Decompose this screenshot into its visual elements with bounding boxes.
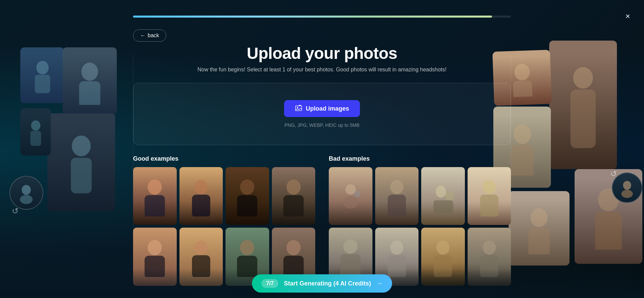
svg-point-14 <box>513 124 531 144</box>
left-photo-1 <box>20 47 64 103</box>
svg-point-23 <box>297 107 298 108</box>
page-subtitle: Now the fun begins! Select at least 1 of… <box>197 67 447 73</box>
svg-rect-17 <box>595 212 622 250</box>
good-examples-title: Good examples <box>133 155 315 162</box>
svg-rect-13 <box>513 81 532 97</box>
bad-examples-column: Bad examples <box>329 155 511 286</box>
svg-rect-32 <box>283 195 304 216</box>
svg-point-27 <box>194 180 208 194</box>
good-example-photo-3 <box>226 167 269 225</box>
svg-point-52 <box>343 239 358 254</box>
upload-images-button[interactable]: Upload images <box>284 100 360 117</box>
svg-rect-3 <box>79 81 101 105</box>
good-examples-column: Good examples <box>133 155 315 286</box>
back-button[interactable]: ← back <box>133 29 166 42</box>
svg-point-44 <box>390 180 403 194</box>
svg-point-0 <box>36 61 48 74</box>
start-generating-button[interactable]: 7/7 Start Generating (4 AI Credits) → <box>252 274 392 293</box>
svg-point-42 <box>343 197 358 209</box>
close-button[interactable]: × <box>622 10 634 22</box>
generate-button-label: Start Generating (4 AI Credits) <box>284 280 371 287</box>
svg-rect-30 <box>237 195 257 216</box>
good-example-photo-1 <box>133 167 177 225</box>
svg-point-33 <box>148 240 162 255</box>
back-button-label: back <box>148 32 159 39</box>
svg-point-47 <box>445 191 454 201</box>
svg-rect-45 <box>388 194 406 216</box>
svg-point-21 <box>621 190 633 198</box>
svg-point-20 <box>623 181 631 190</box>
svg-point-54 <box>390 240 403 255</box>
svg-point-29 <box>240 179 254 194</box>
left-photo-4 <box>20 108 51 156</box>
right-arrow-icon: ↺ <box>610 169 617 179</box>
page-title: Upload your photos <box>247 44 397 63</box>
svg-point-35 <box>194 240 208 255</box>
svg-rect-48 <box>433 201 453 214</box>
bad-examples-grid <box>329 167 511 286</box>
svg-rect-19 <box>529 227 550 254</box>
svg-point-49 <box>482 180 496 194</box>
svg-rect-50 <box>480 194 498 216</box>
left-photo-3 <box>47 113 115 211</box>
upload-formats-text: PNG, JPG, WEBP, HEIC up to 5MB <box>284 122 359 128</box>
upload-button-label: Upload images <box>306 105 349 112</box>
svg-point-2 <box>81 63 98 81</box>
svg-point-56 <box>436 240 450 255</box>
bad-example-photo-4 <box>468 167 511 225</box>
svg-rect-7 <box>30 131 41 146</box>
close-icon: × <box>625 12 630 21</box>
svg-point-6 <box>31 120 40 131</box>
back-arrow-icon: ← <box>140 32 146 39</box>
left-arrow-icon: ↺ <box>12 206 19 216</box>
right-photo-1 <box>549 41 617 169</box>
svg-point-46 <box>435 186 446 198</box>
bad-examples-title: Bad examples <box>329 155 511 162</box>
progress-bar-container <box>133 16 511 18</box>
svg-point-25 <box>148 179 162 194</box>
svg-rect-11 <box>571 90 596 148</box>
left-photo-2 <box>63 47 117 115</box>
generate-arrow-icon: → <box>377 280 383 287</box>
svg-point-18 <box>531 208 548 227</box>
svg-point-12 <box>514 64 530 81</box>
progress-bar-fill <box>133 16 492 18</box>
upload-dropzone[interactable]: Upload images PNG, JPG, WEBP, HEIC up to… <box>133 83 511 145</box>
svg-point-39 <box>286 240 301 255</box>
svg-point-10 <box>573 67 593 89</box>
bad-example-photo-1 <box>329 167 372 225</box>
bad-example-photo-2 <box>375 167 419 225</box>
left-decorative-photos: ↺ <box>0 47 122 250</box>
generate-bar: 7/7 Start Generating (4 AI Credits) → <box>0 269 644 298</box>
svg-point-8 <box>22 185 31 195</box>
svg-rect-15 <box>511 145 534 176</box>
good-examples-grid <box>133 167 315 286</box>
svg-point-58 <box>482 240 496 255</box>
svg-point-43 <box>353 190 361 198</box>
examples-section: Good examples <box>133 155 511 286</box>
svg-point-31 <box>286 179 301 194</box>
upload-icon <box>295 105 302 112</box>
svg-rect-1 <box>35 75 50 93</box>
svg-rect-5 <box>71 158 92 193</box>
svg-point-37 <box>240 240 254 255</box>
right-photo-5 <box>509 191 570 266</box>
bad-example-photo-3 <box>421 167 465 225</box>
left-circle-avatar <box>9 176 43 210</box>
svg-point-9 <box>20 195 33 204</box>
good-example-photo-2 <box>179 167 223 225</box>
svg-rect-28 <box>192 194 210 216</box>
svg-point-4 <box>72 135 91 156</box>
svg-rect-26 <box>145 195 165 216</box>
good-example-photo-4 <box>272 167 316 225</box>
progress-badge: 7/7 <box>261 279 278 288</box>
main-content: Upload your photos Now the fun begins! S… <box>133 20 511 286</box>
right-decorative-photos: ↺ <box>505 41 644 260</box>
